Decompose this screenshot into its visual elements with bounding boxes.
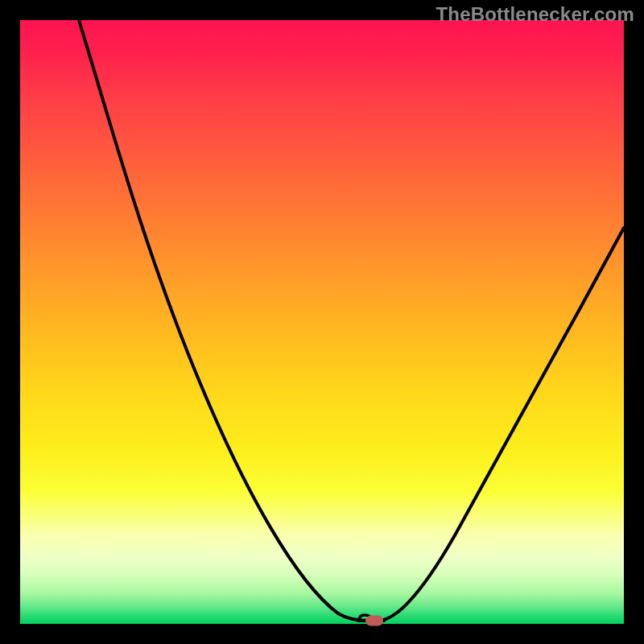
watermark-text: TheBottlenecker.com [436, 3, 634, 26]
curve-left-branch [79, 20, 368, 621]
chart-root: TheBottlenecker.com [0, 0, 644, 644]
bottleneck-curve [20, 20, 624, 624]
curve-right-branch [381, 228, 624, 621]
bottleneck-marker [365, 616, 383, 626]
